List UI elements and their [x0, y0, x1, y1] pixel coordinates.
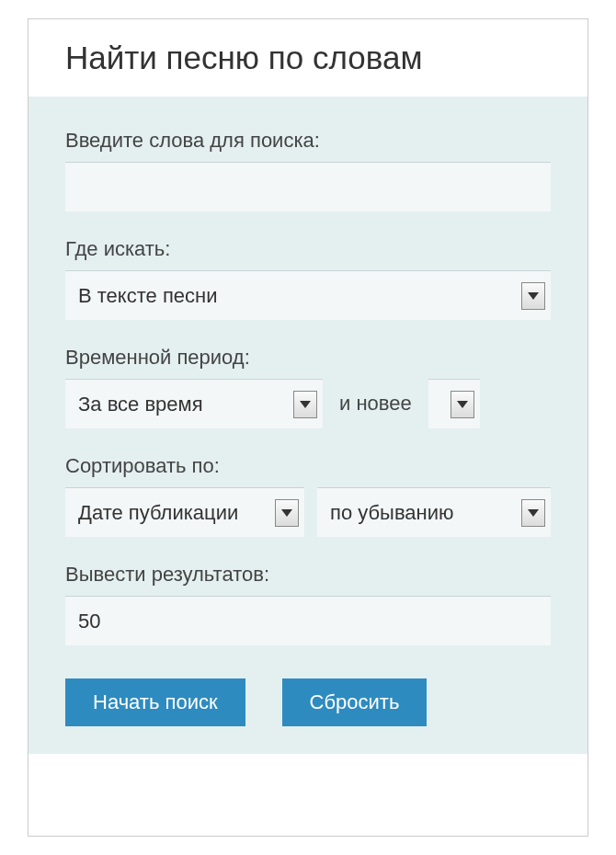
- sort-by-value: Дате публикации: [65, 488, 304, 538]
- chevron-down-icon: [521, 282, 545, 310]
- field-search-in: Где искать: В тексте песни: [65, 237, 551, 320]
- button-row: Начать поиск Сбросить: [65, 678, 551, 726]
- search-words-label: Введите слова для поиска:: [65, 129, 551, 153]
- svg-marker-0: [528, 292, 539, 300]
- search-in-label: Где искать:: [65, 237, 551, 261]
- svg-marker-1: [300, 401, 311, 408]
- time-period-value: За все время: [65, 380, 323, 429]
- time-period-label: Временной период:: [65, 346, 551, 370]
- search-in-select[interactable]: В тексте песни: [65, 270, 551, 320]
- chevron-down-icon: [451, 391, 474, 418]
- sort-by-label: Сортировать по:: [65, 454, 551, 478]
- chevron-down-icon: [275, 499, 299, 527]
- search-button[interactable]: Начать поиск: [65, 678, 245, 726]
- chevron-down-icon: [293, 391, 317, 418]
- page-title: Найти песню по словам: [29, 19, 587, 97]
- field-time-period: Временной период: За все время и новее: [65, 346, 551, 428]
- field-sort-by: Сортировать по: Дате публикации по убыва…: [65, 454, 551, 537]
- chevron-down-icon: [521, 499, 545, 527]
- results-count-input[interactable]: [65, 596, 551, 645]
- reset-button[interactable]: Сбросить: [282, 678, 428, 726]
- sort-by-select[interactable]: Дате публикации: [65, 487, 304, 537]
- form-panel: Введите слова для поиска: Где искать: В …: [29, 97, 587, 754]
- search-words-input[interactable]: [65, 162, 551, 211]
- form-container: Найти песню по словам Введите слова для …: [28, 18, 588, 837]
- search-in-value: В тексте песни: [65, 271, 551, 321]
- sort-direction-value: по убыванию: [317, 488, 551, 538]
- svg-marker-2: [457, 401, 468, 408]
- sort-direction-select[interactable]: по убыванию: [317, 487, 551, 537]
- svg-marker-3: [281, 509, 292, 517]
- svg-marker-4: [528, 509, 539, 517]
- time-period-select[interactable]: За все время: [65, 379, 323, 428]
- time-period-conjunction: и новее: [336, 379, 416, 428]
- results-count-label: Вывести результатов:: [65, 563, 551, 587]
- time-period-secondary-select[interactable]: [428, 379, 480, 428]
- field-search-words: Введите слова для поиска:: [65, 129, 551, 211]
- field-results-count: Вывести результатов:: [65, 563, 551, 645]
